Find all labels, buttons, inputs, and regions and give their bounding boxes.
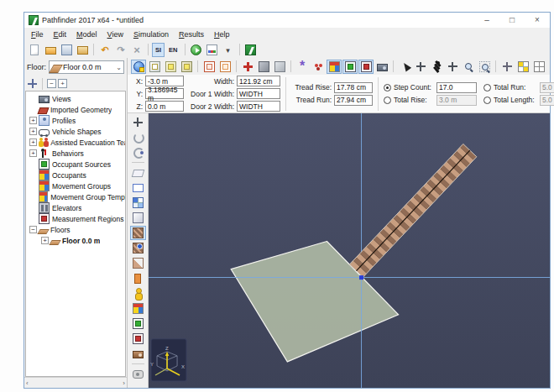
pathfinder-3d-results-button[interactable] [243,43,259,57]
stair-placement-handle[interactable] [359,275,363,280]
tree-item-occupant-sources[interactable]: Occupant Sources [26,159,125,170]
results-chart-button[interactable] [205,43,220,57]
burst-red-button[interactable] [240,60,255,74]
tree-item-imported-geometry[interactable]: Imported Geometry [26,104,125,115]
viewport-background[interactable] [149,113,550,388]
orbit-tool-button[interactable] [130,130,146,144]
expand-all-button[interactable]: + [58,79,67,88]
multibox-button[interactable] [327,60,342,74]
door1-width-field[interactable]: WIDTH [237,88,280,99]
minimize-button[interactable]: – [474,13,499,28]
en-units-button[interactable]: EN [165,43,180,57]
stairs-up-tool-button[interactable] [130,241,146,255]
menu-model[interactable]: Model [71,29,102,39]
tree-item-assisted-evacuation-teams[interactable]: +Assisted Evacuation Teams [26,137,125,148]
collapse-icon[interactable]: − [29,226,37,233]
region-green-button[interactable] [130,316,146,331]
measure-tape-tool-button[interactable] [130,367,146,381]
cube-yellow-button[interactable] [163,60,178,74]
grid-on-button[interactable] [515,60,530,74]
tree-horizontal-scrollbar[interactable]: ‹ › [24,377,127,388]
pan-cross-button[interactable] [130,115,146,129]
undo-button[interactable] [97,43,112,57]
collapse-all-button[interactable]: − [47,79,56,88]
open-folder-button[interactable] [43,43,58,57]
grid-off-button[interactable] [531,60,546,74]
orbit-cross-button[interactable] [413,60,428,74]
maximize-button[interactable]: □ [499,13,525,28]
occupant-cluster-button[interactable] [311,60,326,74]
redo-button[interactable] [113,43,128,57]
scroll-right-arrow[interactable]: › [123,379,125,387]
polygon-room-tool-button[interactable] [130,165,146,180]
cube-dark-button[interactable] [256,60,271,74]
title-bar[interactable]: Pathfinder 2017 x64 - *untitled – □ × [24,13,550,28]
menu-edit[interactable]: Edit [49,29,72,39]
save-button[interactable] [59,43,74,57]
tree-item-measurement-regions[interactable]: Measurement Regions [26,213,125,224]
tree-item-floors[interactable]: −Floors [26,224,125,235]
menu-view[interactable]: View [102,29,128,39]
tree-item-behaviors[interactable]: +Behaviors [26,148,125,159]
expand-icon[interactable]: + [29,117,37,124]
axis-gizmo[interactable]: Z Y X [150,339,186,381]
tread-run-field[interactable]: 27.94 cm [334,95,373,106]
walk-runner-button[interactable] [429,60,444,74]
tree-item-vehicle-shapes[interactable]: +Vehicle Shapes [26,126,125,137]
tree-item-views[interactable]: Views [26,93,125,104]
obstruction-tool-button[interactable] [130,211,146,225]
dropdown-arrow-button[interactable] [221,43,236,57]
total-rise-radio[interactable] [384,97,391,104]
viewport-3d[interactable]: Z Y X [149,113,550,388]
grid-room-tool-button[interactable] [130,196,146,210]
menu-help[interactable]: Help [209,29,235,39]
new-file-button[interactable] [27,43,42,57]
tree-item-profiles[interactable]: +Profiles [26,115,125,126]
step-count-radio[interactable] [384,84,391,91]
navigate-icon[interactable] [27,78,38,89]
stairs-tool-button[interactable] [130,226,146,240]
navmesh-star-button[interactable] [295,60,310,74]
menu-results[interactable]: Results [174,29,209,39]
cube-grey-button[interactable] [272,60,287,74]
step-count-field[interactable]: 17.0 [436,82,477,93]
select-cursor-button[interactable] [397,60,412,74]
tree-item-floor-0-0-m[interactable]: +Floor 0.0 m [26,235,125,246]
y-field[interactable]: 3.186945 m [145,88,184,99]
add-occupant-tool-button[interactable] [130,286,146,301]
cube-white-button[interactable] [147,60,162,74]
region-red-button[interactable] [130,332,146,346]
total-length-radio[interactable] [483,97,491,104]
snap-sphere-button[interactable] [131,60,146,74]
width-field[interactable]: 121.92 cm [237,76,280,86]
cube-redwire-button[interactable] [201,60,217,74]
tread-rise-field[interactable]: 17.78 cm [334,82,373,93]
tree-item-elevators[interactable]: Elevators [26,202,125,213]
viewport-canvas[interactable]: Z Y X [149,113,550,388]
expand-icon[interactable]: + [29,149,37,157]
camera-button[interactable] [374,60,389,74]
cube-tex-button[interactable] [179,60,194,74]
pan-cross-button[interactable] [445,60,460,74]
door2-width-field[interactable]: WIDTH [237,101,280,112]
rectangle-room-tool-button[interactable] [130,180,146,195]
snap-point-button[interactable] [499,60,515,74]
multibox-button[interactable] [130,301,146,316]
tree-item-movement-group-templates[interactable]: Movement Group Templates [26,191,125,202]
region-green-button[interactable] [342,60,358,74]
zoom-button[interactable] [461,60,476,74]
ramp-tool-button[interactable] [130,256,146,270]
roam-tool-button[interactable] [130,145,146,159]
delete-button[interactable] [129,43,144,57]
tree-item-movement-groups[interactable]: Movement Groups [26,180,125,191]
scroll-left-arrow[interactable]: ‹ [26,379,29,387]
import-model-button[interactable] [75,43,90,57]
si-units-button[interactable]: SI [152,43,165,57]
region-red-button[interactable] [358,60,374,74]
menu-file[interactable]: File [26,29,49,39]
z-field[interactable]: 0.0 m [145,101,184,112]
cube-orangewire-button[interactable] [217,60,233,74]
camera-tool-button[interactable] [130,347,146,361]
expand-icon[interactable]: + [29,128,37,135]
menu-simulation[interactable]: Simulation [128,29,174,39]
